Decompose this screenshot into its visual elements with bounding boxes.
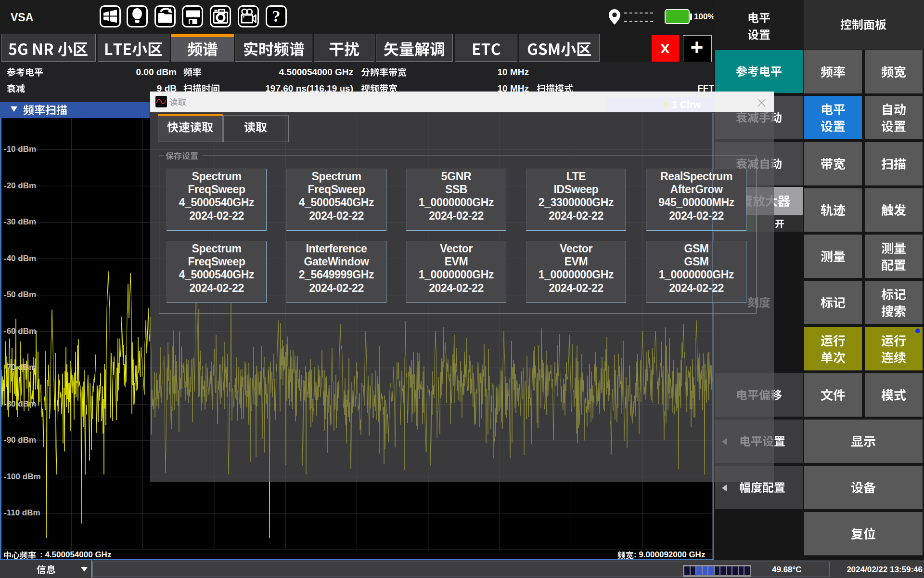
svg-text:?: ? [272, 7, 281, 25]
